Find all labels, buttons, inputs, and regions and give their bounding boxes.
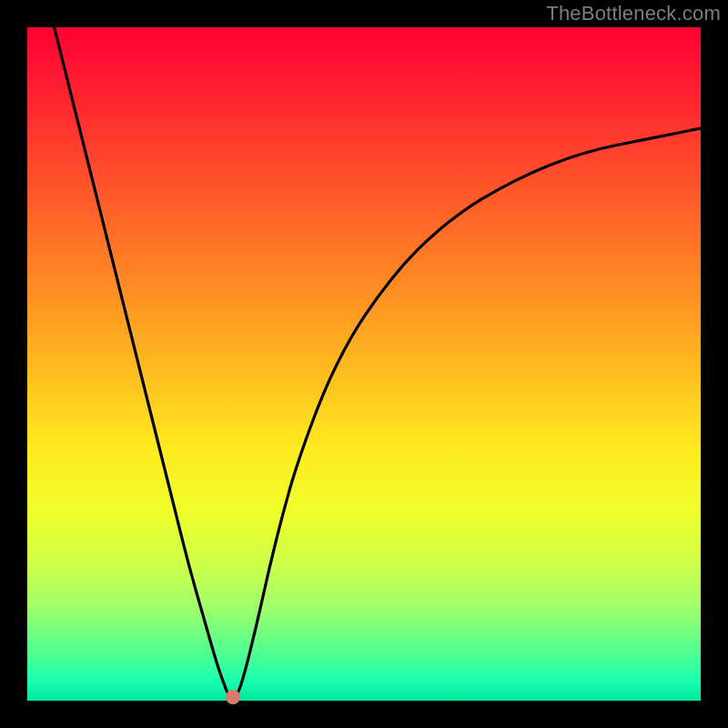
bottleneck-curve [55, 27, 701, 697]
plot-area [27, 27, 701, 701]
watermark-text: TheBottleneck.com [546, 2, 721, 25]
bottleneck-marker [226, 690, 240, 704]
curve-svg [27, 27, 701, 701]
chart-frame: TheBottleneck.com [0, 0, 728, 728]
